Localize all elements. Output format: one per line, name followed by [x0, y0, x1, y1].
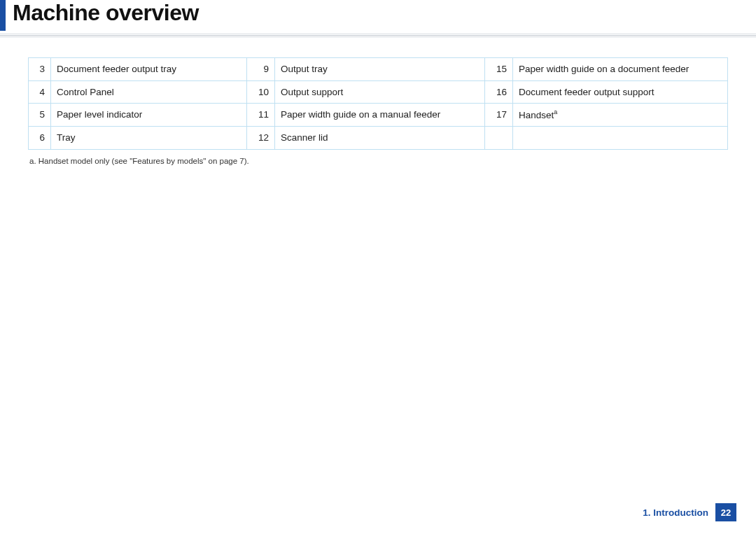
header-rule	[0, 34, 756, 39]
part-label: Paper level indicator	[51, 104, 247, 127]
part-label: Document feeder output support	[513, 80, 728, 104]
part-number: 3	[29, 58, 51, 81]
table-row: 4 Control Panel 10 Output support 16 Doc…	[29, 80, 728, 104]
part-label	[513, 127, 728, 150]
part-label: Tray	[51, 127, 247, 150]
part-label: Document feeder output tray	[51, 58, 247, 81]
part-label: Handseta	[513, 104, 728, 127]
part-number: 4	[29, 80, 51, 104]
part-number: 17	[485, 104, 513, 127]
page-number: 22	[715, 503, 736, 521]
footnote-marker: a	[554, 108, 557, 115]
page-title: Machine overview	[13, 0, 199, 26]
chapter-label: 1. Introduction	[643, 507, 708, 518]
content-area: 3 Document feeder output tray 9 Output t…	[0, 42, 756, 165]
part-label: Output support	[275, 80, 485, 104]
header-accent-bar	[0, 0, 6, 31]
part-number: 16	[485, 80, 513, 104]
part-label: Paper width guide on a manual feeder	[275, 104, 485, 127]
part-number: 15	[485, 58, 513, 81]
parts-table: 3 Document feeder output tray 9 Output t…	[28, 57, 728, 150]
part-label: Control Panel	[51, 80, 247, 104]
part-number: 6	[29, 127, 51, 150]
part-number: 11	[247, 104, 275, 127]
page: Machine overview 3 Document feeder outpu…	[0, 0, 756, 534]
table-row: 6 Tray 12 Scanner lid	[29, 127, 728, 150]
part-number: 9	[247, 58, 275, 81]
part-label: Paper width guide on a document feeder	[513, 58, 728, 81]
part-number: 12	[247, 127, 275, 150]
table-row: 5 Paper level indicator 11 Paper width g…	[29, 104, 728, 127]
part-label: Scanner lid	[275, 127, 485, 150]
part-number: 10	[247, 80, 275, 104]
table-row: 3 Document feeder output tray 9 Output t…	[29, 58, 728, 81]
part-label: Output tray	[275, 58, 485, 81]
part-number: 5	[29, 104, 51, 127]
part-number	[485, 127, 513, 150]
footnote-text: a. Handset model only (see "Features by …	[28, 157, 728, 165]
part-label-text: Handset	[519, 110, 554, 120]
page-header: Machine overview	[0, 0, 756, 42]
page-footer: 1. Introduction 22	[643, 503, 736, 521]
